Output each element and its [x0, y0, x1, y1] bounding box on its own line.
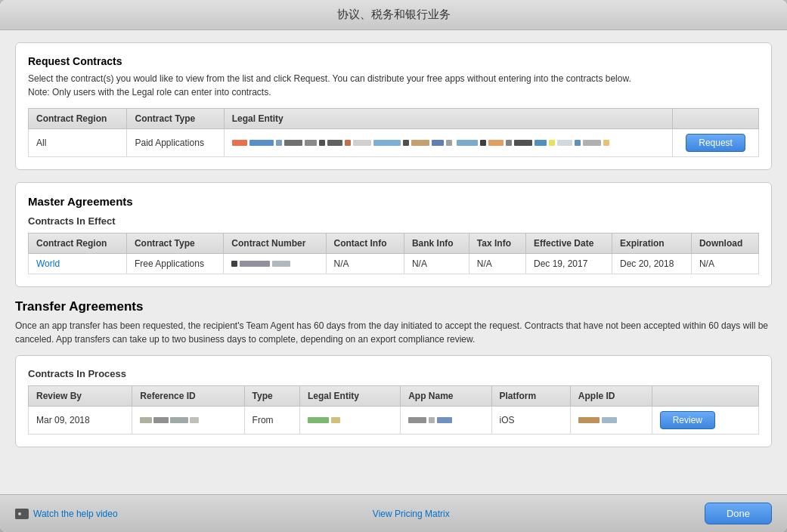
contracts-header-row: Contract Region Contract Type Contract N…: [29, 234, 759, 254]
contact-info-cell: N/A: [326, 254, 404, 274]
pixel: [272, 261, 290, 267]
pixel: [232, 140, 247, 146]
col-contract-number: Contract Number: [224, 234, 326, 254]
review-action-cell: Review: [652, 407, 758, 435]
pixel: [575, 140, 581, 146]
col-platform: Platform: [491, 386, 570, 407]
col-bank-info: Bank Info: [404, 234, 469, 254]
pixel: [276, 140, 282, 146]
type-cell2: From: [244, 407, 299, 435]
table-row: All Paid Applications: [29, 129, 759, 157]
process-header-row: Review By Reference ID Type Legal Entity…: [29, 386, 759, 407]
col-contract-type2: Contract Type: [126, 234, 223, 254]
region-world-cell: World: [29, 254, 127, 274]
pixel: [506, 140, 512, 146]
master-agreements-section: Master Agreements Contracts In Effect Co…: [15, 182, 772, 287]
request-contracts-title: Request Contracts: [28, 55, 759, 67]
col-contact-info: Contact Info: [326, 234, 404, 254]
content-area: Request Contracts Select the contract(s)…: [0, 30, 787, 494]
bank-info-cell: N/A: [404, 254, 469, 274]
footer-center: View Pricing Matrix: [373, 509, 450, 519]
col-reference-id: Reference ID: [132, 386, 244, 407]
transfer-agreements-section: Transfer Agreements Once an app transfer…: [15, 299, 772, 447]
review-button[interactable]: Review: [660, 411, 715, 429]
pixel: [140, 417, 152, 423]
pixel: [331, 417, 340, 423]
world-link[interactable]: World: [36, 258, 60, 269]
pixel: [345, 140, 351, 146]
pixel: [488, 140, 503, 146]
pixel: [437, 417, 452, 423]
pixel: [353, 140, 371, 146]
pixel: [153, 417, 169, 423]
contract-number-cell: [224, 254, 326, 274]
apple-id-cell: [570, 407, 652, 435]
pixel: [170, 417, 188, 423]
col-apple-id: Apple ID: [570, 386, 652, 407]
video-icon: [15, 509, 29, 519]
pixel: [457, 140, 478, 146]
pixel: [429, 417, 435, 423]
col-action: [673, 109, 759, 129]
pixel: [557, 140, 572, 146]
pixel: [514, 140, 532, 146]
pixel: [432, 140, 444, 146]
table-row: Mar 09, 2018 From: [29, 407, 759, 435]
col-contract-region2: Contract Region: [29, 234, 127, 254]
transfer-agreements-title: Transfer Agreements: [15, 299, 772, 314]
contracts-in-process-table: Review By Reference ID Type Legal Entity…: [28, 385, 759, 435]
pixel: [319, 140, 325, 146]
legal-entity-process-blurred: [308, 417, 392, 423]
pixel: [240, 261, 270, 267]
contracts-in-effect-title: Contracts In Effect: [28, 215, 759, 227]
watch-video-link[interactable]: Watch the help video: [33, 509, 118, 519]
col-legal-entity: Legal Entity: [224, 109, 672, 129]
contracts-in-effect-table: Contract Region Contract Type Contract N…: [28, 233, 759, 274]
pixel: [602, 417, 617, 423]
review-by-cell: Mar 09, 2018: [29, 407, 132, 435]
main-window: 协议、税务和银行业务 Request Contracts Select the …: [0, 0, 787, 532]
apple-id-blurred: [578, 417, 644, 423]
region-cell: All: [29, 129, 127, 157]
request-contracts-table: Contract Region Contract Type Legal Enti…: [28, 108, 759, 157]
free-apps-cell: Free Applications: [126, 254, 223, 274]
pixel: [411, 140, 429, 146]
svg-marker-1: [24, 512, 29, 516]
done-button[interactable]: Done: [705, 503, 772, 524]
legal-entity-cell: [224, 129, 672, 157]
app-name-blurred: [408, 417, 483, 423]
contracts-in-process-box: Contracts In Process Review By Reference…: [15, 355, 772, 447]
request-contracts-section: Request Contracts Select the contract(s)…: [15, 42, 772, 170]
view-pricing-link[interactable]: View Pricing Matrix: [373, 509, 450, 519]
request-contracts-desc: Select the contract(s) you would like to…: [28, 72, 759, 99]
title-bar: 协议、税务和银行业务: [0, 0, 787, 30]
pixel: [583, 140, 601, 146]
col-action2: [652, 386, 758, 407]
pixel: [549, 140, 555, 146]
col-tax-info: Tax Info: [469, 234, 525, 254]
contract-number-blurred: [231, 261, 318, 267]
pixel: [480, 140, 486, 146]
request-button[interactable]: Request: [686, 134, 745, 152]
pixel: [308, 417, 329, 423]
master-agreements-title: Master Agreements: [28, 195, 759, 208]
pixel: [284, 140, 302, 146]
col-type: Type: [244, 386, 299, 407]
contracts-in-process-title: Contracts In Process: [28, 368, 759, 379]
pixel: [190, 417, 199, 423]
window-title: 协议、税务和银行业务: [337, 8, 451, 20]
pixel: [408, 417, 426, 423]
pixel: [231, 261, 237, 267]
legal-entity-process-cell: [299, 407, 400, 435]
pixel: [373, 140, 401, 146]
pixel: [327, 140, 342, 146]
reference-id-cell: [132, 407, 244, 435]
download-cell: N/A: [691, 254, 758, 274]
expiration-cell: Dec 20, 2018: [612, 254, 692, 274]
app-name-cell: [401, 407, 491, 435]
transfer-agreements-desc: Once an app transfer has been requested,…: [15, 319, 772, 346]
col-contract-region: Contract Region: [29, 109, 127, 129]
request-contracts-header-row: Contract Region Contract Type Legal Enti…: [29, 109, 759, 129]
pixel: [305, 140, 317, 146]
footer-left: Watch the help video: [15, 509, 118, 519]
